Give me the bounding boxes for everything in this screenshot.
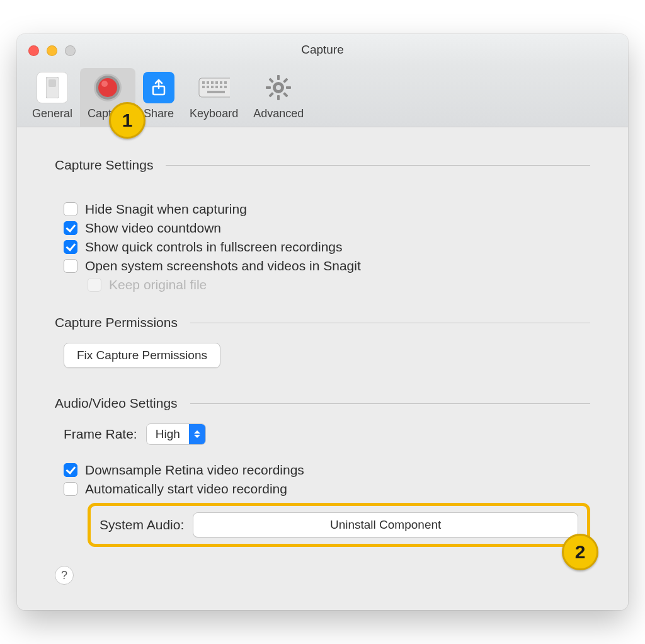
svg-rect-20	[207, 91, 225, 93]
svg-rect-26	[283, 78, 288, 83]
divider	[190, 323, 590, 323]
minimize-window-button[interactable]	[47, 45, 57, 56]
tab-capture[interactable]: Capture 1	[80, 68, 135, 127]
checkbox-icon	[64, 482, 77, 496]
svg-rect-11	[215, 81, 218, 84]
checkbox-label: Show video countdown	[85, 221, 221, 236]
checkbox-quick-controls[interactable]: Show quick controls in fullscreen record…	[55, 239, 590, 255]
divider	[166, 165, 590, 166]
checkbox-icon	[64, 259, 77, 273]
checkbox-label: Hide Snagit when capturing	[85, 202, 247, 217]
checkbox-icon	[64, 463, 77, 477]
tab-label: Keyboard	[190, 107, 238, 120]
svg-rect-13	[224, 81, 227, 84]
divider	[190, 403, 590, 404]
checkbox-icon	[64, 221, 77, 235]
select-stepper-icon	[189, 424, 205, 444]
callout-badge-2: 2	[562, 534, 598, 570]
preferences-toolbar: General Capture 1 Share Keyboard A	[17, 66, 628, 127]
fix-capture-permissions-button[interactable]: Fix Capture Permissions	[64, 343, 220, 368]
frame-rate-row: Frame Rate: High	[55, 423, 590, 445]
svg-rect-18	[220, 86, 222, 88]
svg-rect-12	[220, 81, 222, 84]
tab-label: Advanced	[253, 107, 304, 120]
checkbox-label: Show quick controls in fullscreen record…	[85, 239, 343, 255]
svg-point-30	[276, 85, 281, 90]
svg-rect-14	[202, 86, 205, 88]
checkbox-label: Open system screenshots and videos in Sn…	[85, 258, 361, 273]
checkbox-keep-original: Keep original file	[55, 277, 590, 292]
svg-rect-1	[49, 79, 56, 87]
section-title-text: Capture Permissions	[55, 315, 178, 330]
svg-rect-24	[266, 86, 271, 89]
svg-rect-27	[269, 92, 274, 97]
svg-rect-22	[277, 75, 280, 80]
close-window-button[interactable]	[28, 45, 39, 56]
svg-rect-29	[283, 92, 288, 97]
checkbox-label: Keep original file	[109, 277, 207, 292]
section-title-audio-video: Audio/Video Settings	[55, 396, 590, 411]
svg-rect-8	[202, 81, 205, 84]
svg-rect-25	[286, 86, 291, 89]
help-button[interactable]: ?	[55, 566, 74, 585]
share-icon	[143, 72, 174, 103]
gear-icon	[263, 72, 294, 103]
checkbox-hide-snagit[interactable]: Hide Snagit when capturing	[55, 202, 590, 217]
window-controls	[28, 45, 76, 56]
checkbox-open-system[interactable]: Open system screenshots and videos in Sn…	[55, 258, 590, 273]
select-value: High	[147, 427, 189, 441]
tab-general[interactable]: General	[25, 68, 80, 127]
checkbox-show-countdown[interactable]: Show video countdown	[55, 221, 590, 236]
tab-advanced[interactable]: Advanced	[246, 68, 311, 127]
checkbox-icon	[64, 202, 77, 216]
section-title-capture-settings: Capture Settings	[55, 158, 590, 173]
svg-rect-9	[207, 81, 209, 84]
callout-badge-1: 1	[109, 102, 146, 139]
zoom-window-button[interactable]	[65, 45, 76, 56]
section-title-text: Capture Settings	[55, 158, 153, 173]
frame-rate-select[interactable]: High	[146, 423, 206, 445]
titlebar: Capture	[17, 34, 628, 66]
tab-keyboard[interactable]: Keyboard	[182, 68, 246, 127]
section-title-capture-permissions: Capture Permissions	[55, 315, 590, 330]
svg-rect-15	[207, 86, 209, 88]
svg-rect-17	[215, 86, 218, 88]
checkbox-auto-start-recording[interactable]: Automatically start video recording	[55, 481, 590, 497]
preferences-window: Capture General Capture 1 Share	[17, 34, 628, 610]
svg-point-5	[101, 81, 108, 87]
frame-rate-label: Frame Rate:	[64, 427, 137, 442]
svg-point-4	[98, 78, 117, 97]
system-audio-label: System Audio:	[100, 517, 184, 532]
svg-rect-19	[224, 86, 227, 88]
svg-rect-10	[211, 81, 214, 84]
system-audio-highlight: System Audio: Uninstall Component 2	[88, 503, 590, 547]
checkbox-downsample-retina[interactable]: Downsample Retina video recordings	[55, 463, 590, 478]
general-icon	[37, 72, 68, 103]
svg-rect-16	[211, 86, 214, 88]
checkbox-icon	[88, 278, 101, 292]
content-pane: Capture Settings Hide Snagit when captur…	[17, 127, 628, 610]
checkbox-icon	[64, 240, 77, 254]
tab-label: General	[32, 107, 72, 120]
capture-record-icon	[92, 72, 123, 103]
tab-label: Share	[144, 107, 174, 120]
svg-rect-23	[277, 95, 280, 100]
keyboard-icon	[198, 72, 230, 103]
svg-rect-28	[269, 78, 274, 83]
window-title: Capture	[17, 43, 628, 57]
checkbox-label: Downsample Retina video recordings	[85, 463, 304, 478]
checkbox-label: Automatically start video recording	[85, 481, 287, 497]
uninstall-component-button[interactable]: Uninstall Component	[193, 512, 578, 538]
section-title-text: Audio/Video Settings	[55, 396, 178, 411]
